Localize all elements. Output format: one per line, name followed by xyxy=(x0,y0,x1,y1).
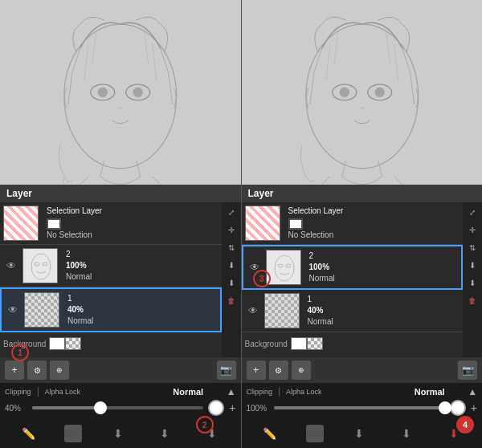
alpha-lock-label-right: Alpha Lock xyxy=(286,388,322,396)
arrow1-tool-left[interactable]: ⬇ xyxy=(153,422,176,445)
layer1-eye-right[interactable]: 👁 xyxy=(245,303,261,319)
brush-tool-left[interactable] xyxy=(64,425,82,442)
right-canvas xyxy=(242,0,483,185)
background-row-left: Background xyxy=(0,332,222,355)
opacity-handle-left[interactable] xyxy=(94,401,107,414)
background-checker-right xyxy=(307,337,323,350)
opacity-circle-right[interactable] xyxy=(450,400,466,416)
arrow1-tool-right[interactable]: ⬇ xyxy=(395,422,418,445)
gear-btn-right[interactable]: ⚙ xyxy=(269,360,288,380)
pen-tool-left[interactable]: ✏️ xyxy=(17,422,39,445)
delete-icon-right[interactable]: 🗑 xyxy=(464,292,480,308)
blend-mode-right[interactable]: Normal xyxy=(398,387,461,397)
selection-layer-thumb-left xyxy=(3,206,39,241)
svg-point-5 xyxy=(133,88,143,97)
left-layer-header: Layer xyxy=(0,185,241,202)
resize-icon-left[interactable]: ⤢ xyxy=(223,204,239,220)
selection-layer-name-left: Selection Layer xyxy=(47,206,219,217)
svg-rect-10 xyxy=(242,0,483,185)
alpha-lock-label-left: Alpha Lock xyxy=(45,388,81,396)
layer1-opacity-left: 40% xyxy=(67,304,217,316)
background-label-right: Background xyxy=(245,340,288,348)
right-layer-header: Layer xyxy=(242,185,483,202)
move-icon-left[interactable]: ✛ xyxy=(223,222,239,238)
opacity-label-right: 100% xyxy=(247,404,269,413)
add-layer-btn-left[interactable]: + xyxy=(5,360,24,380)
download-icon-right[interactable]: ⬇ xyxy=(464,275,480,291)
fill-tool-left[interactable]: ⬇ xyxy=(107,422,129,445)
svg-point-14 xyxy=(339,88,349,97)
layer1-blend-left: Normal xyxy=(67,316,217,327)
plus-small-btn-left[interactable]: ⊕ xyxy=(50,360,69,380)
svg-rect-0 xyxy=(0,0,241,185)
opacity-slider-right[interactable] xyxy=(274,406,445,409)
annotation-4: 4 xyxy=(456,416,474,434)
svg-point-15 xyxy=(374,88,384,97)
right-panel: Layer Selection Layer No Selection xyxy=(242,0,483,448)
layer1-row-left[interactable]: 👁 1 40% Normal xyxy=(0,287,222,332)
layer1-eye-left[interactable]: 👁 xyxy=(5,302,21,318)
right-bottom-bar: Clipping Alpha Lock Normal ▲ 100% + xyxy=(242,383,483,419)
opacity-plus-left[interactable]: + xyxy=(229,401,235,414)
blend-chevron-right[interactable]: ▲ xyxy=(468,386,477,397)
blend-mode-left[interactable]: Normal xyxy=(157,387,220,397)
no-selection-label-right: No Selection xyxy=(288,230,460,241)
layer2-row-right[interactable]: 👁 2 xyxy=(242,245,464,290)
layer1-row-right[interactable]: 👁 1 40% Normal xyxy=(242,290,464,332)
opacity-plus-right[interactable]: + xyxy=(471,401,477,414)
background-row-right: Background xyxy=(242,332,464,355)
camera-btn-left[interactable]: 📷 xyxy=(217,360,236,380)
left-layer-panel: Layer Selection Layer No Selection xyxy=(0,185,241,448)
flip-icon-left[interactable]: ⇅ xyxy=(223,239,239,255)
right-layer-toolbar: + ⚙ ⊕ 📷 xyxy=(242,357,483,383)
layer2-opacity-left: 100% xyxy=(66,260,219,271)
annotation-1: 1 xyxy=(11,344,29,361)
layer-title-left: Layer xyxy=(6,188,32,199)
background-white-swatch-right xyxy=(291,337,307,350)
svg-rect-16 xyxy=(267,250,301,285)
annotation-2: 2 xyxy=(196,416,214,434)
left-canvas xyxy=(0,0,241,185)
delete-icon-left[interactable]: 🗑 xyxy=(223,292,239,308)
layer1-blend-right: Normal xyxy=(308,316,460,328)
left-bottom-bar: Clipping Alpha Lock Normal ▲ 40% + xyxy=(0,383,241,419)
layer2-blend-right: Normal xyxy=(309,273,459,284)
merge-icon-right[interactable]: ⬇ xyxy=(464,257,480,273)
layer2-row-left[interactable]: 👁 2 xyxy=(0,245,222,287)
selection-layer-row-left[interactable]: Selection Layer No Selection xyxy=(0,202,222,245)
layer2-eye-left[interactable]: 👁 xyxy=(3,258,19,274)
svg-point-4 xyxy=(98,88,108,97)
opacity-label-left: 40% xyxy=(5,404,27,413)
download-icon-left[interactable]: ⬇ xyxy=(223,275,239,291)
left-sidebar-icons: ⤢ ✛ ⇅ ⬇ ⬇ 🗑 xyxy=(222,202,241,357)
opacity-handle-right[interactable] xyxy=(439,401,451,414)
opacity-circle-left[interactable] xyxy=(208,400,224,416)
flip-icon-right[interactable]: ⇅ xyxy=(464,239,480,255)
layer2-thumb-right xyxy=(266,250,301,285)
fill-tool-right[interactable]: ⬇ xyxy=(348,422,370,445)
layer2-opacity-right: 100% xyxy=(309,262,459,273)
clipping-label-left: Clipping xyxy=(5,388,31,396)
no-selection-label-left: No Selection xyxy=(47,230,219,241)
background-white-swatch-left xyxy=(49,337,65,350)
move-icon-right[interactable]: ✛ xyxy=(464,222,480,238)
clipping-label-right: Clipping xyxy=(247,388,273,396)
right-layer-panel: Layer Selection Layer No Selection xyxy=(242,185,483,448)
layer2-blend-left: Normal xyxy=(66,271,219,283)
plus-small-btn-right[interactable]: ⊕ xyxy=(292,360,311,380)
camera-btn-right[interactable]: 📷 xyxy=(458,360,477,380)
opacity-slider-left[interactable] xyxy=(32,406,203,409)
blend-chevron-left[interactable]: ▲ xyxy=(227,386,236,397)
svg-rect-6 xyxy=(23,249,58,283)
merge-icon-left[interactable]: ⬇ xyxy=(223,257,239,273)
left-panel: Layer Selection Layer No Selection xyxy=(0,0,241,448)
no-selection-box-right xyxy=(288,218,303,230)
selection-layer-row-right[interactable]: Selection Layer No Selection xyxy=(242,202,464,245)
layer1-opacity-right: 40% xyxy=(308,305,460,316)
gear-btn-left[interactable]: ⚙ xyxy=(27,360,47,380)
add-layer-btn-right[interactable]: + xyxy=(247,360,266,380)
brush-tool-right[interactable] xyxy=(306,425,324,442)
left-layer-toolbar: + ⚙ ⊕ 📷 xyxy=(0,357,241,383)
pen-tool-right[interactable]: ✏️ xyxy=(259,422,281,445)
resize-icon-right[interactable]: ⤢ xyxy=(464,204,480,220)
